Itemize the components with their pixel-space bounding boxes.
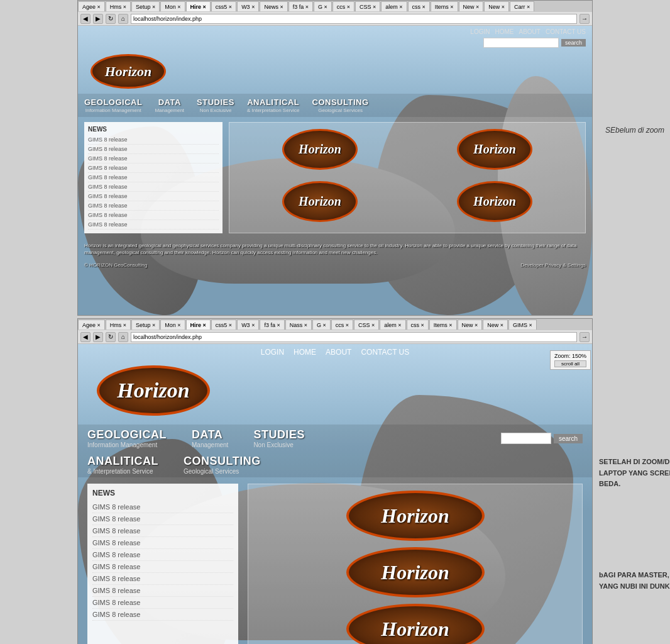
tab2-6[interactable]: css5 × xyxy=(211,319,236,330)
tab2-3[interactable]: Setup × xyxy=(131,319,160,330)
news-item-4[interactable]: GIMS 8 release xyxy=(88,164,219,173)
tab-11[interactable]: ccs × xyxy=(332,1,354,11)
news-item-large-2[interactable]: GIMS 8 release xyxy=(92,513,233,525)
news-item-3[interactable]: GIMS 8 release xyxy=(88,154,219,164)
tab2-7[interactable]: W3 × xyxy=(237,319,259,330)
news-item-6[interactable]: GIMS 8 release xyxy=(88,182,219,192)
news-item-large-8[interactable]: GIMS 8 release xyxy=(92,585,233,597)
home-button[interactable]: ⌂ xyxy=(118,14,128,24)
tab-15[interactable]: Items × xyxy=(431,1,458,11)
tab2-13[interactable]: alem × xyxy=(380,319,405,330)
news-item-2[interactable]: GIMS 8 release xyxy=(88,145,219,154)
nav-data[interactable]: DATA Management xyxy=(155,97,184,113)
news-title-large: NEWS xyxy=(92,489,233,497)
top-nav-large: LOGIN HOME ABOUT CONTACT US xyxy=(87,348,583,357)
news-item-5[interactable]: GIMS 8 release xyxy=(88,173,219,182)
zoom-indicator: Zoom: 150% scroll all xyxy=(550,350,591,370)
tab2-16[interactable]: New × xyxy=(458,319,483,330)
tab2-1[interactable]: Agee × xyxy=(78,319,105,330)
search-input-large[interactable] xyxy=(501,433,551,444)
site-footer-1: © HORIZON GeoConsulting Developer Privac… xyxy=(78,260,592,270)
news-item-9[interactable]: GIMS 8 release xyxy=(88,211,219,220)
news-item-large-1[interactable]: GIMS 8 release xyxy=(92,501,233,513)
tab2-4[interactable]: Mon × xyxy=(160,319,185,330)
news-item-large-5[interactable]: GIMS 8 release xyxy=(92,549,233,561)
tab2-9[interactable]: Nass × xyxy=(285,319,312,330)
nav-studies-large[interactable]: STUDIES Non Exclusive xyxy=(253,428,305,448)
nav-analitical-large[interactable]: ANALITICAL & Interpretation Service xyxy=(87,455,158,475)
tab2-12[interactable]: CSS × xyxy=(354,319,379,330)
news-item-8[interactable]: GIMS 8 release xyxy=(88,201,219,211)
tab2-8[interactable]: f3 fa × xyxy=(260,319,284,330)
news-item-large-4[interactable]: GIMS 8 release xyxy=(92,537,233,549)
search-button-large[interactable]: search xyxy=(554,434,583,443)
address-bar-1[interactable] xyxy=(131,14,577,24)
tab-12[interactable]: CSS × xyxy=(355,1,380,11)
home-link-large[interactable]: HOME xyxy=(294,348,316,357)
tab2-5-active[interactable]: Hire × xyxy=(186,319,211,330)
tab-1[interactable]: Agee × xyxy=(78,1,105,11)
tab-9[interactable]: f3 fa × xyxy=(288,1,313,11)
news-item-large-10[interactable]: GIMS 8 release xyxy=(92,609,233,621)
contact-link[interactable]: CONTACT US xyxy=(546,28,586,35)
tab2-11[interactable]: ccs × xyxy=(331,319,353,330)
tab-10[interactable]: G × xyxy=(314,1,332,11)
tab-4[interactable]: Mon × xyxy=(160,1,185,11)
back-button[interactable]: ◀ xyxy=(80,14,91,24)
nav-consulting[interactable]: CONSULTING Geological Services xyxy=(312,97,369,113)
login-link[interactable]: LOGIN xyxy=(470,28,490,35)
nav-geological[interactable]: GEOLOGICAL Information Management xyxy=(84,97,142,113)
nav-studies[interactable]: STUDIES Non Exclusive xyxy=(197,97,234,113)
tab2-17[interactable]: New × xyxy=(483,319,508,330)
about-link[interactable]: ABOUT xyxy=(519,28,540,35)
tab-17[interactable]: New × xyxy=(484,1,509,11)
tab-14[interactable]: css × xyxy=(408,1,430,11)
tab2-2[interactable]: Hms × xyxy=(106,319,131,330)
back-button-2[interactable]: ◀ xyxy=(80,332,91,342)
search-input-1[interactable] xyxy=(483,38,559,48)
login-link-large[interactable]: LOGIN xyxy=(261,348,284,357)
news-item-large-3[interactable]: GIMS 8 release xyxy=(92,525,233,537)
nav-analitical[interactable]: ANALITICAL & Interpretation Service xyxy=(247,97,300,113)
go-button[interactable]: → xyxy=(579,14,590,24)
tab-16[interactable]: New × xyxy=(459,1,484,11)
tab-6[interactable]: css5 × xyxy=(211,1,236,11)
forward-button-2[interactable]: ▶ xyxy=(93,332,103,342)
refresh-button-2[interactable]: ↻ xyxy=(106,332,116,342)
news-item-large-6[interactable]: GIMS 8 release xyxy=(92,561,233,573)
news-title-1: NEWS xyxy=(88,126,219,133)
about-link-large[interactable]: ABOUT xyxy=(326,348,351,357)
nav-geological-large[interactable]: GEOLOGICAL Information Management xyxy=(87,428,167,448)
home-button-2[interactable]: ⌂ xyxy=(118,332,128,342)
news-item-7[interactable]: GIMS 8 release xyxy=(88,192,219,201)
nav-data-large[interactable]: DATA Management xyxy=(192,428,228,448)
annotation-after-zoom: SETELAH DI ZOOM/DI BUKA DI LAPTOP YANG S… xyxy=(599,457,670,490)
refresh-button[interactable]: ↻ xyxy=(106,14,116,24)
tab2-15[interactable]: Items × xyxy=(429,319,457,330)
tab-8[interactable]: News × xyxy=(260,1,287,11)
tab-13[interactable]: alem × xyxy=(381,1,407,11)
tab-7[interactable]: W3 × xyxy=(237,1,259,11)
news-item-1[interactable]: GIMS 8 release xyxy=(88,135,219,145)
scroll-all-button[interactable]: scroll all xyxy=(554,360,586,367)
tab-5-active[interactable]: Hire × xyxy=(186,1,211,11)
search-button-1[interactable]: search xyxy=(561,39,586,47)
news-item-10[interactable]: GIMS 8 release xyxy=(88,220,219,230)
tab-2[interactable]: Hms × xyxy=(106,1,131,11)
go-button-2[interactable]: → xyxy=(579,332,590,342)
forward-button[interactable]: ▶ xyxy=(93,14,103,24)
news-item-large-7[interactable]: GIMS 8 release xyxy=(92,573,233,585)
tab-18[interactable]: Carr × xyxy=(510,1,534,11)
horizon-logo-text-4: Horizon xyxy=(473,194,516,209)
nav-consulting-large[interactable]: CONSULTING Geological Services xyxy=(184,455,261,475)
logo-text-1: Horizon xyxy=(105,64,152,80)
news-item-large-9[interactable]: GIMS 8 release xyxy=(92,597,233,609)
footer-links-1[interactable]: Developer Privacy & Settings xyxy=(520,262,586,268)
tab2-14[interactable]: css × xyxy=(407,319,429,330)
contact-link-large[interactable]: CONTACT US xyxy=(361,348,409,357)
address-bar-2[interactable] xyxy=(131,332,577,342)
home-link[interactable]: HOME xyxy=(495,28,513,35)
tab-3[interactable]: Setup × xyxy=(131,1,160,11)
tab2-10[interactable]: G × xyxy=(312,319,331,330)
tab2-18[interactable]: GIMS × xyxy=(508,319,537,330)
